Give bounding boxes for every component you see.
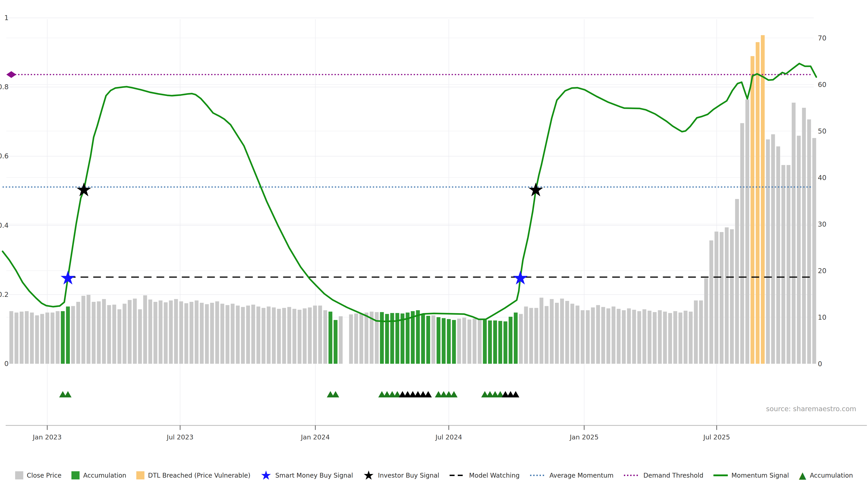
left-axis-labels: 00.20.40.60.81 — [0, 14, 8, 367]
legend-label: Accumulation — [83, 472, 126, 479]
legend-item-model-watching: Model Watching — [449, 472, 520, 479]
close-price-bar — [292, 309, 296, 364]
close-price-bar — [632, 310, 636, 364]
right-tick-label: 30 — [818, 220, 827, 228]
accumulation-bar — [488, 320, 492, 364]
legend-label: Investor Buy Signal — [378, 472, 439, 479]
close-price-bar — [432, 315, 435, 364]
accumulation-bar — [329, 312, 332, 364]
close-price-bar — [478, 319, 482, 364]
source-attribution: source: sharemaestro.com — [766, 405, 856, 413]
chart-legend: Close Price Accumulation DTL Breached (P… — [0, 471, 868, 480]
close-price-bar — [220, 304, 224, 364]
accumulation-triangle-green-icon — [64, 391, 71, 397]
accumulation-triangle-black-icon — [512, 391, 519, 397]
close-price-bar — [76, 302, 80, 364]
close-price-bar — [256, 306, 260, 364]
close-price-bar — [812, 138, 816, 364]
close-price-bar — [684, 311, 687, 364]
legend-item-accumulation-bar: Accumulation — [71, 471, 126, 480]
close-price-bar — [251, 304, 255, 364]
close-price-bar — [195, 300, 198, 364]
legend-label: Model Watching — [469, 472, 520, 479]
close-price-bar — [596, 305, 600, 364]
close-price-bar — [323, 310, 327, 364]
close-price-bar — [184, 303, 188, 364]
dtl-breached-bar — [756, 42, 760, 364]
close-price-bar — [9, 311, 13, 364]
accumulation-triangle-row — [59, 391, 520, 397]
close-price-bar — [539, 297, 544, 364]
close-price-bar — [643, 309, 646, 364]
close-price-bar — [668, 313, 672, 364]
close-price-bar — [318, 306, 322, 364]
close-price-bar — [740, 123, 744, 364]
x-tick-label: Jul 2025 — [703, 433, 730, 441]
accumulation-triangle-black-icon — [425, 391, 432, 397]
close-price-bar — [200, 303, 204, 364]
close-price-bar — [97, 301, 101, 364]
horizontal-gridlines — [6, 18, 814, 317]
close-price-bar — [45, 313, 49, 364]
close-price-bar — [179, 301, 183, 364]
close-price-bar — [118, 309, 121, 364]
close-price-bar — [658, 310, 662, 364]
close-price-bar — [601, 307, 605, 364]
close-price-bar — [339, 316, 343, 364]
close-price-bar — [653, 312, 657, 364]
right-tick-label: 20 — [818, 267, 827, 275]
close-price-bar — [663, 312, 667, 364]
accumulation-bar — [447, 319, 451, 364]
close-price-bar — [153, 302, 157, 364]
close-price-bar — [112, 304, 116, 364]
close-price-bar — [709, 240, 713, 364]
close-price-bar — [576, 306, 579, 364]
close-price-bar — [519, 314, 523, 364]
left-tick-label: 0.6 — [0, 152, 8, 160]
legend-label: Momentum Signal — [732, 472, 789, 479]
legend-label: Demand Threshold — [643, 472, 704, 479]
close-price-bar — [102, 299, 106, 364]
left-tick-label: 0.4 — [0, 221, 8, 229]
close-price-bar — [617, 309, 620, 364]
left-tick-label: 1 — [4, 14, 8, 22]
accumulation-bar — [498, 321, 502, 364]
right-axis-labels: 010203040506070 — [818, 34, 827, 368]
close-price-bar — [349, 315, 353, 364]
close-price-bar — [648, 311, 651, 364]
demand-threshold-diamond-icon — [6, 71, 16, 78]
accumulation-bar — [483, 320, 487, 364]
accumulation-bar — [493, 320, 497, 364]
close-price-bar — [313, 306, 317, 364]
close-price-bar — [56, 311, 59, 364]
accumulation-bar — [406, 313, 410, 364]
close-price-bar — [457, 319, 461, 364]
accumulation-bar — [508, 317, 513, 364]
legend-item-accumulation-triangle: ▲ Accumulation — [799, 471, 853, 480]
close-price-bar — [282, 308, 286, 364]
accumulation-bar — [416, 310, 420, 364]
close-price-bar — [766, 139, 770, 364]
accumulation-bar — [421, 315, 425, 364]
close-price-bar — [524, 306, 528, 364]
close-price-bar — [699, 300, 703, 364]
accumulation-bar — [411, 311, 415, 364]
close-price-bar — [797, 136, 801, 364]
close-price-bar — [261, 308, 266, 364]
close-price-bar — [143, 295, 147, 364]
accumulation-bar — [401, 314, 404, 364]
legend-item-smart-money: ★ Smart Money Buy Signal — [260, 471, 353, 480]
close-price-bar — [586, 310, 590, 364]
close-price-bar — [529, 308, 533, 364]
legend-label: Smart Money Buy Signal — [275, 472, 353, 479]
x-tick-label: Jul 2023 — [166, 433, 193, 441]
close-price-bar — [25, 311, 29, 364]
close-price-bar — [159, 300, 162, 364]
close-price-bar — [807, 120, 811, 364]
close-price-bar — [241, 307, 245, 364]
vertical-gridlines — [47, 19, 717, 425]
accumulation-bar — [426, 316, 430, 364]
close-price-bar — [231, 304, 235, 364]
legend-item-close-price: Close Price — [15, 471, 61, 480]
close-price-bar — [107, 305, 111, 364]
